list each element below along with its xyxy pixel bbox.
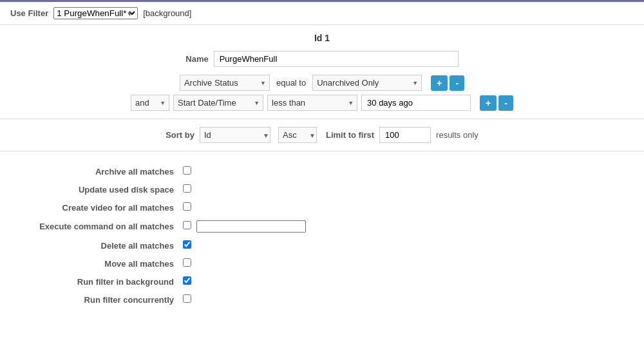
update-disk-row: Update used disk space xyxy=(12,181,632,198)
options-table: Archive all matches Update used disk spa… xyxy=(10,162,634,309)
field2-select[interactable]: Start Date/Time xyxy=(173,95,263,111)
value1-wrapper[interactable]: Unarchived Only xyxy=(312,75,422,91)
id-title: Id 1 xyxy=(10,33,634,43)
field1-wrapper[interactable]: Archive Status xyxy=(180,75,270,91)
field1-select[interactable]: Archive Status xyxy=(180,75,270,91)
execute-command-checkbox[interactable] xyxy=(183,221,191,229)
background-label: [background] xyxy=(143,8,191,18)
use-filter-label: Use Filter xyxy=(10,8,48,18)
add-filter-button-2[interactable]: + xyxy=(480,95,497,111)
update-disk-label: Update used disk space xyxy=(12,181,179,198)
value1-select[interactable]: Unarchived Only xyxy=(312,75,422,91)
execute-command-row: Execute command on all matches xyxy=(12,217,632,236)
run-concurrently-checkbox[interactable] xyxy=(183,294,191,303)
name-row: Name xyxy=(10,51,634,67)
add-filter-button-1[interactable]: + xyxy=(431,75,448,91)
create-video-row: Create video for all matches xyxy=(12,199,632,216)
move-all-row: Move all matches xyxy=(12,255,632,272)
btn-group-1: + - xyxy=(431,75,464,91)
limit-label: Limit to first xyxy=(326,130,374,140)
operator2-select[interactable]: less than xyxy=(267,95,357,111)
sort-field-select[interactable]: Id xyxy=(200,127,270,143)
name-label: Name xyxy=(185,54,208,64)
create-video-label: Create video for all matches xyxy=(12,199,179,216)
create-video-cell xyxy=(180,199,632,216)
limit-input[interactable] xyxy=(379,127,431,143)
main-section: Id 1 Name Archive Status equal to Unarch… xyxy=(0,25,644,119)
run-background-row: Run filter in background xyxy=(12,273,632,290)
sort-by-label: Sort by xyxy=(166,130,194,140)
sort-dir-wrapper[interactable]: Asc xyxy=(278,127,321,143)
update-disk-checkbox[interactable] xyxy=(183,184,191,193)
archive-all-cell xyxy=(180,163,632,180)
remove-filter-button-1[interactable]: - xyxy=(450,75,464,91)
delete-all-row: Delete all matches xyxy=(12,237,632,254)
move-all-label: Move all matches xyxy=(12,255,179,272)
move-all-cell xyxy=(180,255,632,272)
filter-row-1: Archive Status equal to Unarchived Only … xyxy=(180,75,464,91)
use-filter-bar: Use Filter 1 PurgeWhenFull* [background] xyxy=(0,0,644,25)
create-video-checkbox[interactable] xyxy=(183,202,191,211)
execute-command-cell xyxy=(180,217,632,236)
archive-all-label: Archive all matches xyxy=(12,163,179,180)
archive-all-row: Archive all matches xyxy=(12,163,632,180)
run-background-cell xyxy=(180,273,632,290)
execute-command-label: Execute command on all matches xyxy=(12,217,179,236)
operator1-label: equal to xyxy=(276,78,306,88)
use-filter-select-wrapper[interactable]: 1 PurgeWhenFull* xyxy=(53,7,138,19)
name-input[interactable] xyxy=(214,51,459,67)
connector-select[interactable]: and xyxy=(131,95,169,111)
update-disk-cell xyxy=(180,181,632,198)
filter-row-2: and Start Date/Time less than + - xyxy=(131,95,513,111)
results-label: results only xyxy=(436,130,478,140)
delete-all-cell xyxy=(180,237,632,254)
use-filter-select[interactable]: 1 PurgeWhenFull* xyxy=(53,7,138,19)
sort-section: Sort by Id Asc Limit to first results on… xyxy=(0,119,644,151)
field2-wrapper[interactable]: Start Date/Time xyxy=(173,95,263,111)
value2-input[interactable] xyxy=(361,95,471,111)
archive-all-checkbox[interactable] xyxy=(183,166,191,175)
remove-filter-button-2[interactable]: - xyxy=(498,95,513,111)
sort-dir-select[interactable]: Asc xyxy=(278,127,317,143)
connector-wrapper[interactable]: and xyxy=(131,95,169,111)
run-concurrently-row: Run filter concurrently xyxy=(12,291,632,308)
delete-all-label: Delete all matches xyxy=(12,237,179,254)
execute-command-input[interactable] xyxy=(196,220,306,233)
run-background-label: Run filter in background xyxy=(12,273,179,290)
move-all-checkbox[interactable] xyxy=(183,258,191,267)
sort-field-wrapper[interactable]: Id xyxy=(200,127,274,143)
run-concurrently-label: Run filter concurrently xyxy=(12,291,179,308)
run-concurrently-cell xyxy=(180,291,632,308)
btn-group-2: + - xyxy=(480,95,513,111)
run-background-checkbox[interactable] xyxy=(183,276,191,285)
filter-rows: Archive Status equal to Unarchived Only … xyxy=(10,75,634,111)
operator2-wrapper[interactable]: less than xyxy=(267,95,357,111)
delete-all-checkbox[interactable] xyxy=(183,240,191,249)
options-section: Archive all matches Update used disk spa… xyxy=(0,151,644,320)
